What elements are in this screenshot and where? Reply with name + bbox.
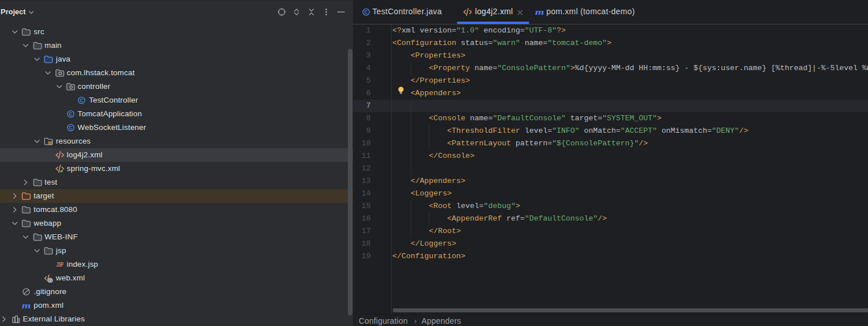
svg-text:C: C [80,98,83,103]
svg-text:C: C [364,10,368,15]
svg-text:m: m [22,301,31,310]
svg-text:C: C [69,112,72,117]
svg-text:m: m [535,7,544,17]
svg-text:JSP: JSP [56,261,64,268]
svg-text:C: C [69,125,72,131]
